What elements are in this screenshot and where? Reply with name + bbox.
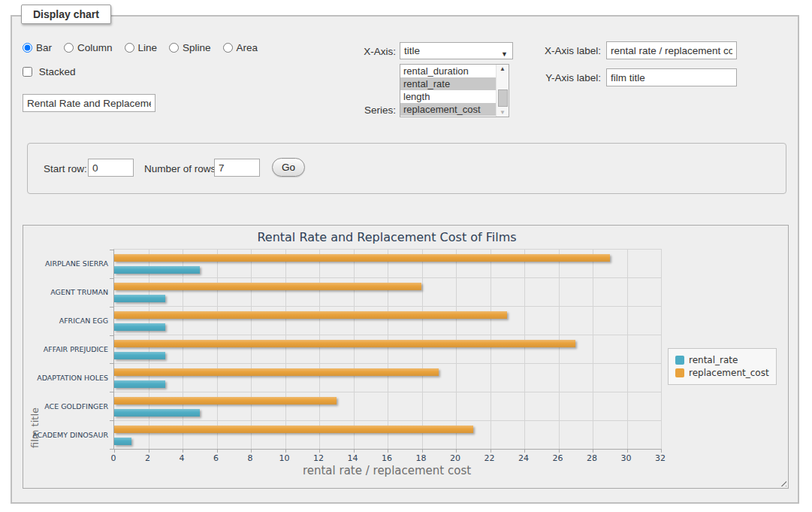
series-listbox: rental_durationrental_ratelengthreplacem… (400, 64, 509, 117)
bar-replacement_cost[interactable] (114, 283, 421, 290)
chart-title: Rental Rate and Replacement Cost of Film… (113, 230, 660, 244)
x-tick-labels: 02468101214161820222426283032 (113, 453, 660, 464)
bar-rental_rate[interactable] (114, 438, 131, 445)
x-tickmark (593, 449, 593, 453)
series-options: rental_durationrental_ratelengthreplacem… (400, 65, 496, 117)
panel-title: Display chart (21, 5, 111, 24)
y-axis-label-input[interactable] (606, 68, 737, 86)
x-tick-label: 28 (587, 453, 597, 463)
bar-replacement_cost[interactable] (114, 254, 610, 262)
series-option-rental_rate[interactable]: rental_rate (400, 77, 496, 90)
x-tick-label: 4 (180, 453, 185, 463)
radio-option-bar[interactable]: Bar (23, 42, 52, 53)
radio-area[interactable] (223, 43, 233, 53)
category-band: ACE GOLDFINGER (114, 392, 661, 421)
category-band: AFRICAN EGG (114, 307, 661, 335)
x-tickmark (388, 449, 388, 453)
bar-rental_rate[interactable] (114, 295, 165, 302)
y-tickmark (110, 307, 114, 308)
bar-replacement_cost[interactable] (114, 397, 337, 404)
radio-label: Bar (36, 42, 52, 53)
bar-rental_rate[interactable] (114, 409, 200, 417)
x-tick-label: 12 (313, 453, 324, 463)
series-caption: Series: (323, 105, 396, 116)
radio-label: Column (77, 42, 113, 53)
category-label: ADAPTATION HOLES (26, 364, 108, 392)
category-band: ADAPTATION HOLES (114, 364, 661, 392)
bar-replacement_cost[interactable] (114, 340, 575, 347)
scroll-down-icon[interactable]: ▼ (497, 109, 509, 116)
x-tick-label: 2 (145, 453, 150, 463)
bar-rental_rate[interactable] (114, 323, 165, 331)
radio-line[interactable] (125, 43, 134, 53)
x-tick-label: 6 (213, 453, 219, 463)
radio-option-area[interactable]: Area (223, 42, 258, 53)
x-tickmark (285, 449, 286, 453)
x-tickmark (251, 449, 252, 453)
legend-label: replacement_cost (689, 368, 769, 378)
bar-replacement_cost[interactable] (114, 368, 439, 376)
y-tickmark (110, 363, 114, 364)
bar-replacement_cost[interactable] (114, 311, 507, 319)
plot-area: AIRPLANE SIERRAAGENT TRUMANAFRICAN EGGAF… (113, 249, 662, 450)
y-axis-label-caption: Y-Axis label: (518, 72, 601, 83)
x-axis-label-input[interactable] (606, 41, 737, 59)
x-tick-label: 8 (248, 453, 253, 463)
series-option-length[interactable]: length (400, 90, 496, 103)
bar-rental_rate[interactable] (114, 380, 165, 388)
x-axis-select[interactable]: title ▼ (400, 42, 513, 59)
category-band: AIRPLANE SIERRA (114, 250, 661, 278)
number-of-rows-input[interactable] (214, 159, 260, 177)
x-tickmark (149, 449, 149, 453)
bar-rental_rate[interactable] (114, 352, 165, 359)
stacked-checkbox[interactable] (23, 67, 32, 77)
bar-bands: AIRPLANE SIERRAAGENT TRUMANAFRICAN EGGAF… (114, 250, 661, 449)
y-tickmark (110, 335, 114, 336)
scroll-up-icon[interactable]: ▲ (497, 65, 509, 72)
radio-column[interactable] (64, 43, 74, 53)
x-tick-label: 14 (348, 453, 358, 463)
scrollbar-thumb[interactable] (498, 89, 508, 107)
stacked-option[interactable]: Stacked (23, 66, 76, 77)
category-label: ACE GOLDFINGER (26, 392, 108, 420)
x-tick-label: 10 (279, 453, 290, 463)
legend-label: rental_rate (689, 355, 738, 365)
legend-item-replacement_cost[interactable]: replacement_cost (675, 368, 769, 378)
category-label: AFRICAN EGG (26, 307, 108, 335)
x-tick-label: 20 (450, 453, 460, 463)
number-of-rows-caption: Number of rows: (144, 163, 219, 174)
radio-bar[interactable] (23, 43, 32, 53)
x-tick-label: 22 (484, 453, 495, 463)
radio-option-line[interactable]: Line (125, 42, 158, 53)
x-axis-caption: X-Axis: (323, 46, 396, 57)
x-tickmark (422, 449, 423, 453)
legend-swatch (675, 368, 684, 377)
category-label: ACADEMY DINOSAUR (26, 421, 108, 449)
go-button[interactable]: Go (272, 158, 305, 177)
x-tickmark (559, 449, 560, 453)
chevron-down-icon: ▼ (501, 47, 508, 62)
series-option-rental_duration[interactable]: rental_duration (400, 65, 496, 77)
category-band: AFFAIR PREJUDICE (114, 335, 661, 364)
stacked-row: Stacked (23, 66, 88, 77)
radio-option-column[interactable]: Column (64, 42, 113, 53)
series-option-replacement_cost[interactable]: replacement_cost (400, 103, 496, 116)
resize-handle-icon[interactable] (778, 478, 786, 486)
x-axis-selected-value: title (404, 45, 420, 56)
start-row-caption: Start row: (44, 163, 87, 174)
series-scrollbar[interactable]: ▲ ▼ (496, 65, 509, 117)
radio-option-spline[interactable]: Spline (169, 42, 211, 53)
legend-item-rental_rate[interactable]: rental_rate (675, 355, 769, 365)
chart-container: Rental Rate and Replacement Cost of Film… (23, 225, 789, 489)
bar-rental_rate[interactable] (114, 266, 200, 274)
radio-spline[interactable] (169, 43, 179, 53)
x-tick-label: 26 (553, 453, 563, 463)
x-tickmark (217, 449, 218, 453)
category-label: AFFAIR PREJUDICE (26, 335, 108, 363)
category-label: AGENT TRUMAN (26, 278, 108, 306)
start-row-input[interactable] (88, 159, 134, 177)
x-tickmark (491, 449, 491, 453)
bar-replacement_cost[interactable] (114, 426, 473, 433)
chart-title-input[interactable] (23, 94, 155, 112)
radio-label: Spline (183, 42, 211, 53)
